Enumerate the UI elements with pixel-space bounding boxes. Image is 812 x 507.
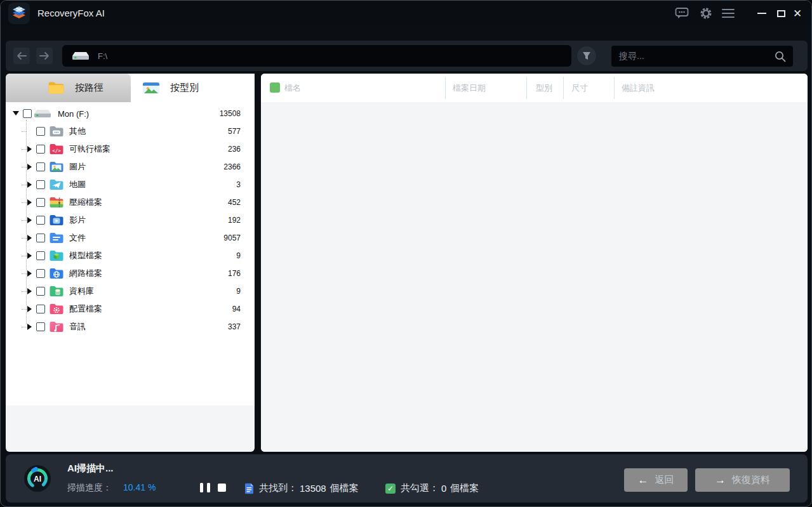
tree-checkbox[interactable] — [36, 287, 45, 296]
tree-checkbox[interactable] — [36, 162, 45, 171]
tree-row-network[interactable]: 網路檔案 176 — [6, 265, 255, 282]
back-button[interactable]: ← 返回 — [624, 468, 688, 492]
tree-row-images[interactable]: 圖片 2366 — [6, 158, 255, 176]
tree-checkbox[interactable] — [36, 127, 45, 136]
column-header-remarks[interactable]: 備註資訊 — [622, 74, 655, 102]
maximize-icon[interactable] — [773, 6, 789, 21]
folder-path-icon — [48, 81, 65, 95]
folder-models-icon — [49, 249, 64, 262]
tree-checkbox[interactable] — [36, 198, 45, 207]
checked-label: 共勾選： — [401, 482, 439, 494]
expand-arrow-icon[interactable] — [27, 306, 34, 312]
folder-network-icon — [49, 267, 64, 280]
expand-arrow-icon[interactable] — [27, 270, 34, 277]
expand-arrow-icon[interactable] — [27, 324, 34, 330]
back-arrow-icon: ← — [638, 474, 649, 487]
tree-count: 94 — [232, 305, 241, 313]
app-logo-icon — [8, 3, 30, 24]
column-header-size[interactable]: 尺寸 — [571, 74, 588, 102]
expand-arrow-icon[interactable] — [27, 146, 34, 152]
tree-row-config[interactable]: 配置檔案 94 — [6, 300, 255, 318]
search-input[interactable]: 搜尋... — [611, 46, 793, 67]
file-list-body — [261, 102, 808, 452]
tree-checkbox[interactable] — [36, 269, 45, 278]
chat-icon[interactable] — [675, 6, 689, 20]
column-separator[interactable] — [526, 77, 527, 99]
sidebar-tabs: 按路徑 按型別 — [6, 74, 255, 102]
search-icon[interactable] — [774, 50, 787, 63]
minimize-icon[interactable] — [754, 6, 770, 21]
column-separator[interactable] — [563, 77, 564, 99]
tree-row-database[interactable]: 資料庫 9 — [6, 282, 255, 300]
path-value: F:\ — [98, 51, 107, 61]
tree-count: 9 — [236, 251, 241, 260]
expand-arrow-icon[interactable] — [27, 181, 34, 188]
tree-row-executable[interactable]: </> 可執行檔案 236 — [6, 140, 255, 158]
tree-row-maps[interactable]: 地圖 3 — [6, 176, 255, 194]
back-arrow-button[interactable] — [13, 48, 30, 64]
recover-arrow-icon: → — [715, 474, 726, 487]
document-icon — [244, 483, 254, 494]
scan-status-title: AI掃描中... — [67, 463, 114, 475]
tree-label: 地圖 — [69, 179, 86, 190]
tab-by-type[interactable]: 按型別 — [131, 74, 255, 102]
column-header-type[interactable]: 型別 — [536, 74, 552, 102]
close-icon[interactable]: ✕ — [789, 6, 806, 21]
scan-progress-value: 10.41 % — [123, 482, 156, 492]
scan-progress-label: 掃描進度： — [67, 482, 112, 494]
expand-arrow-icon[interactable] — [27, 199, 34, 206]
expand-arrow-icon[interactable] — [27, 164, 34, 170]
file-types-icon — [142, 81, 160, 96]
tree-label: 資料庫 — [69, 286, 94, 297]
recover-data-button[interactable]: → 恢復資料 — [695, 468, 790, 492]
select-all-checkbox[interactable] — [270, 82, 280, 93]
stop-icon[interactable] — [218, 484, 226, 492]
tree-count: 337 — [228, 322, 241, 331]
tree-label: 壓縮檔案 — [69, 197, 102, 208]
tree-row-audio[interactable]: 音訊 337 — [6, 318, 255, 336]
expand-arrow-icon[interactable] — [27, 253, 34, 259]
folder-executable-icon: </> — [49, 143, 64, 155]
found-label: 共找到： — [259, 482, 297, 494]
tree-checkbox[interactable] — [36, 234, 45, 242]
tree-count: 176 — [228, 269, 241, 278]
filter-funnel-icon[interactable] — [577, 46, 596, 65]
tree-checkbox[interactable] — [36, 180, 45, 189]
tree-count: 192 — [228, 216, 241, 225]
settings-gear-icon[interactable] — [699, 6, 713, 20]
tab-by-type-label: 按型別 — [170, 82, 199, 94]
tree-count: 236 — [228, 145, 241, 154]
tree-checkbox[interactable] — [36, 251, 45, 260]
tree-row-videos[interactable]: 影片 192 — [6, 211, 255, 229]
expand-arrow-icon[interactable] — [27, 217, 34, 223]
checked-count-group: ✓ 共勾選： 0 個檔案 — [385, 482, 479, 494]
found-value: 13508 — [300, 483, 326, 494]
collapse-arrow-icon[interactable] — [13, 111, 19, 117]
checked-value: 0 — [441, 483, 446, 494]
menu-icon[interactable] — [721, 6, 735, 20]
tab-by-path[interactable]: 按路徑 — [6, 74, 131, 102]
column-separator[interactable] — [445, 77, 446, 99]
expand-arrow-icon[interactable] — [27, 235, 34, 241]
pause-icon[interactable] — [200, 483, 210, 492]
tree-row-models[interactable]: 模型檔案 9 — [6, 247, 255, 265]
tree-checkbox[interactable] — [23, 109, 32, 118]
tree-row-documents[interactable]: 文件 9057 — [6, 229, 255, 247]
path-field[interactable]: F:\ — [62, 45, 571, 67]
column-header-filedate[interactable]: 檔案日期 — [453, 74, 486, 102]
column-header-filename[interactable]: 檔名 — [284, 74, 301, 102]
tree-row-other[interactable]: 其他 577 — [6, 122, 255, 140]
tree-checkbox[interactable] — [36, 216, 45, 225]
checked-unit: 個檔案 — [450, 482, 479, 494]
tab-by-path-label: 按路徑 — [75, 82, 103, 94]
folder-documents-icon — [49, 232, 64, 244]
column-separator[interactable] — [614, 77, 615, 99]
search-placeholder: 搜尋... — [619, 51, 774, 62]
forward-arrow-button[interactable] — [36, 48, 53, 64]
tree-checkbox[interactable] — [36, 145, 45, 154]
tree-row-drive[interactable]: Mon (F:) 13508 — [6, 105, 255, 122]
expand-arrow-icon[interactable] — [27, 288, 34, 294]
tree-checkbox[interactable] — [36, 305, 45, 313]
tree-row-archives[interactable]: 壓縮檔案 452 — [6, 194, 255, 211]
tree-checkbox[interactable] — [36, 322, 45, 331]
